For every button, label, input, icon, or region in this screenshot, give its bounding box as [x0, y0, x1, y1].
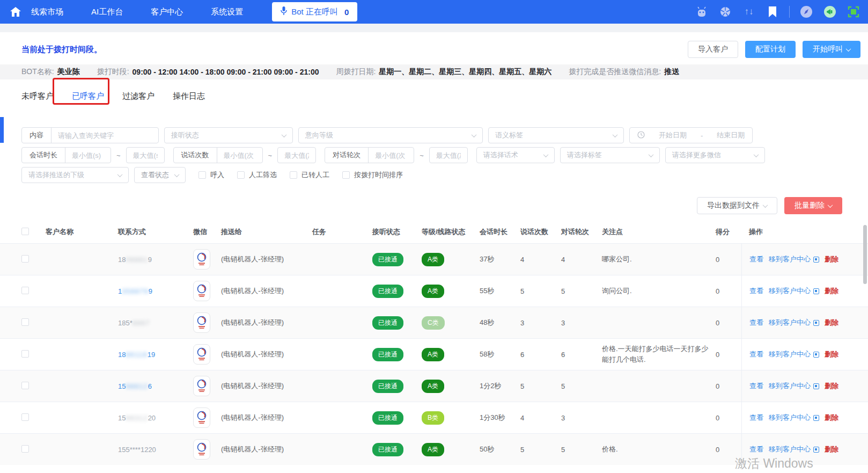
- tab-uncalled-customers[interactable]: 未呼客户: [21, 91, 54, 101]
- nav-item-customer-center[interactable]: 客户中心: [151, 7, 183, 17]
- move-to-center-icon[interactable]: [813, 257, 819, 263]
- phone-cell[interactable]: 156631220: [118, 414, 193, 422]
- table-scrollbar[interactable]: [863, 221, 867, 441]
- date-range-picker[interactable]: 开始日期 - 结束日期: [629, 127, 753, 143]
- checkbox-transferred-to-human[interactable]: 已转人工: [290, 170, 329, 180]
- configure-plan-button[interactable]: 配置计划: [745, 41, 796, 58]
- delete-link[interactable]: 删除: [825, 286, 838, 296]
- move-to-customer-center-link[interactable]: 移到客户中心: [769, 286, 811, 296]
- bot-calling-button[interactable]: Bot 正在呼叫 0: [272, 2, 357, 21]
- scrollbar-thumb[interactable]: [863, 225, 867, 284]
- import-customers-button[interactable]: 导入客户: [688, 41, 738, 58]
- row-checkbox[interactable]: [21, 350, 29, 358]
- robot-icon[interactable]: [695, 5, 709, 19]
- checkbox-sort-by-dial-time[interactable]: 按拨打时间排序: [342, 170, 403, 180]
- home-icon[interactable]: [8, 7, 24, 17]
- row-checkbox[interactable]: [21, 445, 29, 453]
- speak-count-group: 说话次数: [173, 147, 263, 163]
- delete-link[interactable]: 删除: [825, 381, 838, 391]
- session-min-input[interactable]: [65, 148, 111, 163]
- move-to-customer-center-link[interactable]: 移到客户中心: [769, 350, 811, 359]
- row-checkbox[interactable]: [21, 413, 29, 421]
- checkbox-inbound[interactable]: 呼入: [198, 170, 224, 180]
- session-max-input[interactable]: [126, 147, 165, 163]
- view-link[interactable]: 查看: [749, 318, 763, 328]
- row-checkbox[interactable]: [21, 318, 29, 326]
- delete-link[interactable]: 删除: [825, 445, 838, 454]
- move-to-center-icon[interactable]: [813, 415, 819, 421]
- wechat-avatar-icon[interactable]: [193, 249, 210, 270]
- aperture-icon[interactable]: [718, 5, 732, 19]
- keyword-search-input[interactable]: [52, 128, 159, 143]
- push-subordinate-select[interactable]: 请选择推送的下级: [21, 167, 129, 183]
- phone-cell[interactable]: 18068819: [118, 256, 193, 264]
- move-to-customer-center-link[interactable]: 移到客户中心: [769, 413, 811, 423]
- view-link[interactable]: 查看: [749, 445, 763, 454]
- nav-item-ai-workbench[interactable]: AI工作台: [91, 7, 123, 17]
- phone-cell[interactable]: 15988126: [118, 382, 193, 390]
- wechat-avatar-icon[interactable]: [193, 376, 210, 396]
- move-to-center-icon[interactable]: [813, 320, 819, 326]
- row-checkbox[interactable]: [21, 382, 29, 389]
- move-to-center-icon[interactable]: [813, 447, 819, 453]
- nav-item-lead-market[interactable]: 线索市场: [31, 7, 63, 17]
- intent-level-select[interactable]: 意向等级: [298, 127, 483, 143]
- tag-select[interactable]: 请选择标签: [560, 147, 660, 163]
- delete-link[interactable]: 删除: [825, 413, 838, 423]
- more-wechat-select[interactable]: 请选择更多微信: [665, 147, 765, 163]
- move-to-center-icon[interactable]: [813, 288, 819, 294]
- tab-operation-log[interactable]: 操作日志: [173, 91, 205, 101]
- rounds-max-input[interactable]: [429, 147, 468, 163]
- rounds-cell: 3: [561, 414, 602, 422]
- rounds-cell: 5: [561, 446, 602, 454]
- view-link[interactable]: 查看: [749, 350, 763, 359]
- start-call-button[interactable]: 开始呼叫: [803, 41, 860, 58]
- view-link[interactable]: 查看: [749, 254, 763, 264]
- view-link[interactable]: 查看: [749, 286, 763, 296]
- checkbox-manual-filter[interactable]: 人工筛选: [237, 170, 277, 180]
- phone-cell[interactable]: 185*8867: [118, 319, 193, 327]
- answer-status-badge: 已接通: [372, 253, 403, 266]
- push-to-cell: (电销机器人-张经理): [221, 413, 312, 423]
- semantic-tag-select[interactable]: 语义标签: [488, 127, 624, 143]
- phone-cell[interactable]: 155****1220: [118, 446, 193, 454]
- bookmark-icon[interactable]: [766, 5, 779, 19]
- rounds-min-input[interactable]: [369, 148, 414, 163]
- megaphone-icon[interactable]: [823, 5, 837, 19]
- wechat-avatar-icon[interactable]: [193, 407, 210, 428]
- wechat-avatar-icon[interactable]: [193, 439, 210, 460]
- export-data-button[interactable]: 导出数据到文件: [697, 197, 777, 214]
- fullscreen-icon[interactable]: [847, 5, 860, 19]
- chevron-down-icon: [613, 132, 618, 137]
- delete-link[interactable]: 删除: [825, 318, 838, 328]
- select-all-checkbox[interactable]: [21, 228, 29, 235]
- compass-icon[interactable]: [799, 5, 813, 19]
- move-to-center-icon[interactable]: [813, 383, 819, 389]
- wechat-avatar-icon[interactable]: [193, 312, 210, 333]
- move-to-customer-center-link[interactable]: 移到客户中心: [769, 318, 811, 328]
- speak-min-input[interactable]: [217, 148, 262, 163]
- tab-called-customers[interactable]: 已呼客户: [72, 91, 104, 101]
- move-to-customer-center-link[interactable]: 移到客户中心: [769, 445, 811, 454]
- move-to-customer-center-link[interactable]: 移到客户中心: [769, 381, 811, 391]
- view-link[interactable]: 查看: [749, 413, 763, 423]
- delete-link[interactable]: 删除: [825, 350, 838, 359]
- view-status-select[interactable]: 查看状态: [134, 167, 186, 183]
- delete-link[interactable]: 删除: [825, 254, 838, 264]
- row-checkbox[interactable]: [21, 287, 29, 294]
- answer-status-select[interactable]: 接听状态: [164, 127, 293, 143]
- script-select[interactable]: 请选择话术: [476, 147, 555, 163]
- nav-item-system-settings[interactable]: 系统设置: [211, 7, 243, 17]
- phone-cell[interactable]: 13588799: [118, 287, 193, 295]
- wechat-avatar-icon[interactable]: [193, 281, 210, 301]
- sort-arrows-icon[interactable]: ↑↓: [742, 5, 756, 19]
- move-to-customer-center-link[interactable]: 移到客户中心: [769, 254, 811, 264]
- speak-max-input[interactable]: [277, 147, 316, 163]
- move-to-center-icon[interactable]: [813, 352, 819, 358]
- batch-delete-button[interactable]: 批量删除: [784, 197, 842, 214]
- tab-filtered-customers[interactable]: 过滤客户: [122, 91, 155, 101]
- row-checkbox[interactable]: [21, 255, 29, 263]
- view-link[interactable]: 查看: [749, 381, 763, 391]
- phone-cell[interactable]: 188611819: [118, 351, 193, 359]
- wechat-avatar-icon[interactable]: [193, 344, 210, 365]
